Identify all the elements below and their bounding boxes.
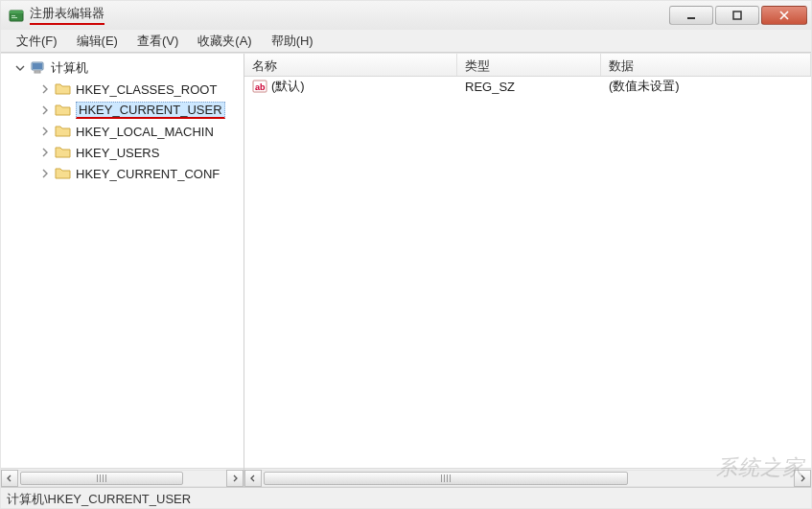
menubar: 文件(F) 编辑(E) 查看(V) 收藏夹(A) 帮助(H) [1, 30, 811, 53]
scroll-right-button[interactable] [794, 470, 811, 487]
folder-icon [55, 145, 72, 160]
list-panel: 名称 类型 数据 ab (默认) REG_SZ [244, 54, 811, 487]
scroll-track[interactable] [262, 470, 794, 487]
scroll-left-button[interactable] [244, 470, 262, 487]
window-controls [667, 6, 807, 25]
tree-item-hkcc[interactable]: HKEY_CURRENT_CONF [1, 163, 244, 184]
window-title: 注册表编辑器 [30, 5, 104, 25]
maximize-button[interactable] [715, 6, 759, 25]
tree-item-hkcr[interactable]: HKEY_CLASSES_ROOT [1, 79, 244, 100]
svg-rect-2 [12, 15, 15, 16]
content-area: 计算机 HKEY_CLASSES_ROOT [1, 53, 811, 487]
value-name: (默认) [271, 78, 305, 95]
expander-closed-icon[interactable] [39, 168, 51, 179]
tree-item-hku[interactable]: HKEY_USERS [1, 142, 244, 163]
value-type: REG_SZ [457, 80, 601, 94]
svg-rect-3 [12, 17, 17, 18]
scroll-left-button[interactable] [1, 470, 18, 487]
titlebar: 注册表编辑器 [1, 1, 811, 30]
statusbar-path: 计算机\HKEY_CURRENT_USER [7, 492, 191, 506]
expander-closed-icon[interactable] [39, 126, 51, 137]
scroll-grip-icon [97, 474, 106, 482]
folder-icon [55, 166, 72, 181]
scroll-thumb[interactable] [20, 472, 183, 485]
svg-rect-1 [10, 11, 23, 13]
tree-item-hkcu[interactable]: HKEY_CURRENT_USER [1, 100, 244, 121]
tree-item-label: HKEY_USERS [76, 146, 159, 160]
list-body: ab (默认) REG_SZ (数值未设置) [244, 77, 811, 468]
expander-open-icon[interactable] [14, 62, 26, 74]
app-icon [9, 8, 24, 23]
expander-closed-icon[interactable] [39, 147, 51, 158]
registry-editor-window: 注册表编辑器 文件(F) 编辑(E) 查看(V) 收藏夹(A) 帮助(H) [0, 0, 812, 509]
list-row[interactable]: ab (默认) REG_SZ (数值未设置) [244, 77, 811, 96]
menu-favorites[interactable]: 收藏夹(A) [188, 31, 261, 52]
menu-help[interactable]: 帮助(H) [262, 31, 323, 52]
tree-root-label: 计算机 [51, 59, 88, 77]
column-header-name[interactable]: 名称 [244, 54, 457, 76]
scroll-right-button[interactable] [226, 470, 244, 487]
tree-panel: 计算机 HKEY_CLASSES_ROOT [1, 54, 244, 487]
svg-text:ab: ab [255, 82, 266, 92]
scroll-grip-icon [441, 474, 451, 482]
tree-hscrollbar[interactable] [1, 468, 244, 487]
svg-rect-5 [733, 12, 741, 19]
close-button[interactable] [761, 6, 807, 25]
column-header-data[interactable]: 数据 [601, 54, 811, 76]
expander-closed-icon[interactable] [39, 83, 51, 95]
minimize-button[interactable] [669, 6, 713, 25]
expander-closed-icon[interactable] [39, 104, 51, 116]
scroll-thumb[interactable] [264, 472, 628, 485]
svg-rect-4 [687, 17, 695, 19]
statusbar: 计算机\HKEY_CURRENT_USER [1, 487, 811, 508]
menu-edit[interactable]: 编辑(E) [67, 31, 128, 52]
menu-view[interactable]: 查看(V) [128, 31, 188, 52]
svg-rect-7 [33, 63, 42, 69]
folder-icon [55, 124, 72, 139]
computer-icon [30, 60, 47, 76]
tree-item-label: HKEY_LOCAL_MACHIN [76, 125, 214, 139]
menu-file[interactable]: 文件(F) [7, 31, 67, 52]
value-data: (数值未设置) [601, 78, 811, 95]
column-header-type[interactable]: 类型 [457, 54, 601, 76]
tree-root-row[interactable]: 计算机 [1, 58, 244, 79]
tree-item-label: HKEY_CURRENT_USER [76, 102, 225, 119]
list-header: 名称 类型 数据 [244, 54, 811, 77]
folder-icon [55, 103, 72, 118]
folder-icon [55, 81, 72, 97]
scroll-track[interactable] [18, 470, 226, 487]
tree-item-hklm[interactable]: HKEY_LOCAL_MACHIN [1, 121, 244, 142]
list-hscrollbar[interactable] [244, 468, 811, 487]
tree-item-label: HKEY_CLASSES_ROOT [76, 82, 217, 97]
tree-body: 计算机 HKEY_CLASSES_ROOT [1, 54, 244, 468]
tree-item-label: HKEY_CURRENT_CONF [76, 167, 220, 181]
string-value-icon: ab [252, 79, 267, 94]
svg-rect-8 [35, 71, 40, 73]
